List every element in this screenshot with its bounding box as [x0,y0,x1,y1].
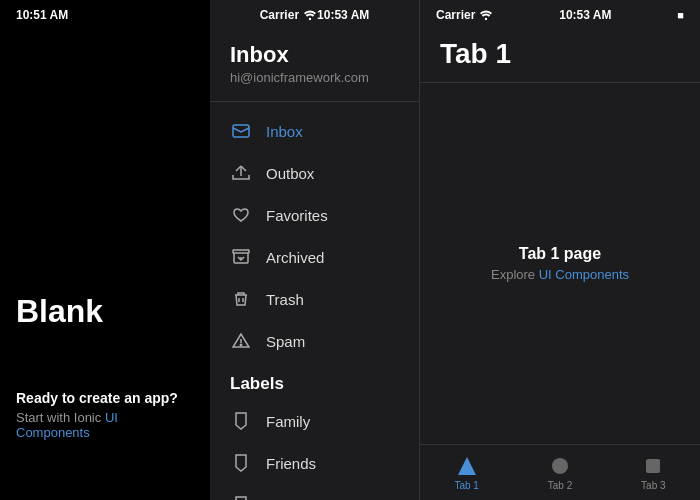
svg-point-8 [240,344,241,345]
archived-label: Archived [266,249,324,266]
blank-subtitle: Ready to create an app? [16,390,194,406]
battery-tab: ■ [677,9,684,21]
carrier-tab: Carrier [436,8,493,22]
blank-cta: Ready to create an app? Start with Ionic… [16,390,194,440]
blank-title: Blank [16,293,194,330]
labels-section-title: Labels [210,362,419,400]
friends-label: Friends [266,455,316,472]
svg-point-11 [552,458,568,474]
menu-item-family[interactable]: Family [210,400,419,442]
tab2-icon [549,455,571,477]
tab-bar-item-tab2[interactable]: Tab 2 [513,445,606,500]
archived-icon [230,246,252,268]
tab-bar-item-tab1[interactable]: Tab 1 [420,445,513,500]
svg-rect-12 [646,459,660,473]
time-blank: 10:51 AM [16,8,68,22]
panel-tab: Carrier 10:53 AM ■ Tab 1 Tab 1 page Expl… [420,0,700,500]
blank-content: Blank Ready to create an app? Start with… [0,30,210,500]
tab-bar-item-tab3[interactable]: Tab 3 [607,445,700,500]
svg-rect-3 [233,250,249,253]
trash-label: Trash [266,291,304,308]
tab-header: Tab 1 [420,30,700,83]
menu-item-spam[interactable]: Spam [210,320,419,362]
menu-item-notes[interactable]: Notes [210,484,419,500]
menu-item-outbox[interactable]: Outbox [210,152,419,194]
tab-page-desc: Explore UI Components [491,267,629,282]
tab-bar: Tab 1 Tab 2 Tab 3 [420,444,700,500]
svg-marker-10 [458,457,476,475]
tab-page-desc-prefix: Explore [491,267,539,282]
favorites-label: Favorites [266,207,328,224]
spam-icon [230,330,252,352]
svg-point-0 [309,18,311,20]
family-label: Family [266,413,310,430]
notes-icon [230,494,252,500]
panel-menu: Carrier 10:53 AM Inbox hi@ionicframework… [210,0,420,500]
tab-ui-link[interactable]: UI Components [539,267,629,282]
menu-item-archived[interactable]: Archived [210,236,419,278]
time-tab: 10:53 AM [559,8,611,22]
outbox-label: Outbox [266,165,314,182]
inbox-icon [230,120,252,142]
time-menu: 10:53 AM [317,8,369,22]
tab-page-title: Tab 1 page [519,245,601,263]
menu-item-inbox[interactable]: Inbox [210,110,419,152]
menu-header-sub: hi@ionicframework.com [230,70,399,85]
trash-icon [230,288,252,310]
svg-point-9 [485,18,487,20]
menu-items-list: Inbox Outbox Favorites [210,102,419,500]
status-bar-tab: Carrier 10:53 AM ■ [420,0,700,30]
spam-label: Spam [266,333,305,350]
blank-desc-prefix: Start with Ionic [16,410,105,425]
menu-item-friends[interactable]: Friends [210,442,419,484]
menu-item-trash[interactable]: Trash [210,278,419,320]
status-bar-blank: 10:51 AM [0,0,210,30]
menu-item-favorites[interactable]: Favorites [210,194,419,236]
blank-desc: Start with Ionic UI Components [16,410,194,440]
menu-header-title: Inbox [230,42,399,68]
tab1-icon [456,455,478,477]
tab-header-title: Tab 1 [440,38,680,70]
tab2-label: Tab 2 [548,480,572,491]
favorites-icon [230,204,252,226]
family-icon [230,410,252,432]
notes-label: Notes [266,497,305,501]
friends-icon [230,452,252,474]
carrier-menu: Carrier [260,8,317,22]
menu-header: Inbox hi@ionicframework.com [210,30,419,102]
tab3-icon [642,455,664,477]
tab1-label: Tab 1 [454,480,478,491]
status-bar-menu: Carrier 10:53 AM [210,0,419,30]
tab-main-content: Tab 1 page Explore UI Components [420,83,700,444]
svg-rect-1 [233,125,249,137]
tab3-label: Tab 3 [641,480,665,491]
inbox-label: Inbox [266,123,303,140]
panel-blank: 10:51 AM Blank Ready to create an app? S… [0,0,210,500]
outbox-icon [230,162,252,184]
